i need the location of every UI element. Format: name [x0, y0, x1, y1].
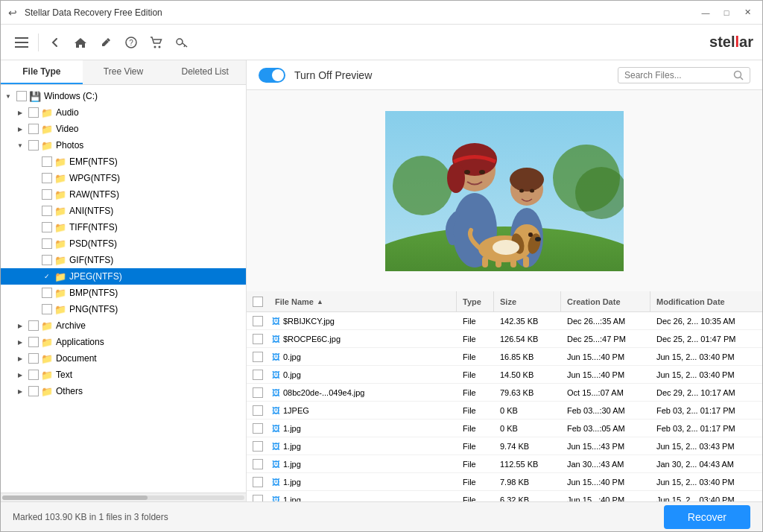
- expand-video[interactable]: ▶: [14, 123, 26, 135]
- tree-node-windows-c[interactable]: ▼ 💾 Windows (C:): [1, 88, 246, 104]
- row-check-1[interactable]: [247, 334, 269, 344]
- tree-node-gif[interactable]: 📁 GIF(NTFS): [1, 252, 246, 268]
- row-check-8[interactable]: [247, 459, 269, 469]
- check-jpeg[interactable]: ✓: [42, 271, 52, 282]
- check-document[interactable]: [28, 353, 39, 364]
- check-gif[interactable]: [42, 255, 52, 265]
- expand-document[interactable]: ▶: [14, 352, 26, 364]
- tree-node-video[interactable]: ▶ 📁 Video: [1, 121, 246, 137]
- tree-node-jpeg[interactable]: ✓ 📁 JPEG(NTFS): [1, 268, 246, 285]
- check-video[interactable]: [28, 124, 39, 134]
- folder-icon-others: 📁: [41, 386, 53, 397]
- col-header-size[interactable]: Size: [494, 291, 561, 311]
- row-check-2[interactable]: [247, 352, 269, 362]
- expand-windows-c[interactable]: ▼: [2, 90, 14, 102]
- tree-node-ani[interactable]: 📁 ANI(NTFS): [1, 203, 246, 219]
- help-button[interactable]: ?: [119, 31, 143, 54]
- check-png[interactable]: [42, 304, 52, 314]
- select-all-checkbox[interactable]: [253, 297, 263, 307]
- file-row[interactable]: 🖼 1.jpg File 9.74 KB Jun 15...:43 PM Jun…: [247, 437, 762, 455]
- tree-node-emf[interactable]: 📁 EMF(NTFS): [1, 153, 246, 170]
- file-row[interactable]: 🖼 1.jpg File 112.55 KB Jan 30...:43 AM J…: [247, 455, 762, 473]
- row-check-0[interactable]: [247, 316, 269, 326]
- file-row[interactable]: 🖼 1.jpg File 6.32 KB Jun 15...:40 PM Jun…: [247, 491, 762, 501]
- edit-button[interactable]: [94, 31, 118, 54]
- row-check-7[interactable]: [247, 441, 269, 452]
- tree-node-raw[interactable]: 📁 RAW(NTFS): [1, 186, 246, 203]
- check-raw[interactable]: [42, 189, 52, 200]
- row-check-3[interactable]: [247, 370, 269, 380]
- expand-others[interactable]: ▶: [14, 385, 26, 397]
- row-check-9[interactable]: [247, 477, 269, 487]
- right-panel: Turn Off Preview: [247, 60, 762, 501]
- file-row[interactable]: 🖼 08bc20de-...049e4.jpg File 79.63 KB Oc…: [247, 384, 762, 402]
- row-check-4[interactable]: [247, 387, 269, 398]
- key-button[interactable]: [170, 31, 194, 54]
- file-row[interactable]: 🖼 $ROCPE6C.jpg File 126.54 KB Dec 25...:…: [247, 330, 762, 348]
- check-windows-c[interactable]: [16, 91, 27, 101]
- expand-archive[interactable]: ▶: [14, 320, 26, 332]
- file-mod-2: Jun 15, 2... 03:40 PM: [650, 352, 762, 361]
- home-button[interactable]: [69, 31, 92, 54]
- row-check-6[interactable]: [247, 423, 269, 434]
- tree-node-tiff[interactable]: 📁 TIFF(NTFS): [1, 219, 246, 235]
- folder-icon-psd: 📁: [54, 238, 66, 250]
- preview-toggle[interactable]: [259, 68, 285, 83]
- tree-node-psd[interactable]: 📁 PSD(NTFS): [1, 235, 246, 252]
- label-emf: EMF(NTFS): [69, 156, 243, 167]
- tab-file-type[interactable]: File Type: [1, 60, 83, 84]
- tab-tree-view[interactable]: Tree View: [83, 60, 165, 84]
- cart-button[interactable]: [145, 31, 168, 54]
- check-applications[interactable]: [28, 337, 39, 347]
- close-button[interactable]: ✕: [738, 4, 756, 22]
- file-row[interactable]: 🖼 1.jpg File 7.98 KB Jun 15...:40 PM Jun…: [247, 473, 762, 491]
- check-text[interactable]: [28, 370, 39, 380]
- expand-applications[interactable]: ▶: [14, 336, 26, 348]
- expand-photos[interactable]: ▼: [14, 139, 26, 151]
- check-wpg[interactable]: [42, 173, 52, 183]
- file-row[interactable]: 🖼 0.jpg File 16.85 KB Jun 15...:40 PM Ju…: [247, 348, 762, 366]
- col-header-type[interactable]: Type: [457, 291, 494, 311]
- tree-node-document[interactable]: ▶ 📁 Document: [1, 350, 246, 367]
- tree-node-wpg[interactable]: 📁 WPG(NTFS): [1, 170, 246, 186]
- col-header-modification[interactable]: Modification Date: [650, 291, 762, 311]
- tree-node-png[interactable]: 📁 PNG(NTFS): [1, 301, 246, 317]
- sidebar-hscrollbar[interactable]: [1, 493, 246, 501]
- back-button[interactable]: [43, 31, 67, 54]
- tree-node-others[interactable]: ▶ 📁 Others: [1, 383, 246, 399]
- search-input[interactable]: [624, 70, 729, 80]
- svg-rect-34: [496, 256, 501, 267]
- expand-text[interactable]: ▶: [14, 369, 26, 381]
- tree-node-text[interactable]: ▶ 📁 Text: [1, 367, 246, 383]
- check-audio[interactable]: [28, 107, 39, 118]
- check-psd[interactable]: [42, 238, 52, 249]
- col-header-creation[interactable]: Creation Date: [561, 291, 650, 311]
- file-row[interactable]: 🖼 $RBIJKCY.jpg File 142.35 KB Dec 26...:…: [247, 312, 762, 330]
- check-ani[interactable]: [42, 206, 52, 216]
- recover-button[interactable]: Recover: [664, 505, 750, 529]
- row-check-5[interactable]: [247, 405, 269, 416]
- tree-node-archive[interactable]: ▶ 📁 Archive: [1, 317, 246, 334]
- label-windows-c: Windows (C:): [44, 91, 243, 101]
- file-row[interactable]: 🖼 1.jpg File 0 KB Feb 03...:05 AM Feb 03…: [247, 419, 762, 437]
- check-archive[interactable]: [28, 320, 39, 331]
- tab-deleted-list[interactable]: Deleted List: [164, 60, 246, 84]
- check-bmp[interactable]: [42, 288, 52, 298]
- tree-node-photos[interactable]: ▼ 📁 Photos: [1, 137, 246, 153]
- minimize-button[interactable]: —: [697, 4, 715, 22]
- col-header-filename[interactable]: File Name ▲: [269, 291, 457, 311]
- maximize-button[interactable]: □: [718, 4, 735, 22]
- tree-node-audio[interactable]: ▶ 📁 Audio: [1, 104, 246, 121]
- row-check-10[interactable]: [247, 495, 269, 502]
- file-row[interactable]: 🖼 1JPEG File 0 KB Feb 03...:30 AM Feb 03…: [247, 402, 762, 419]
- check-tiff[interactable]: [42, 222, 52, 232]
- check-photos[interactable]: [28, 140, 39, 151]
- tree-node-applications[interactable]: ▶ 📁 Applications: [1, 334, 246, 350]
- label-archive: Archive: [56, 320, 243, 331]
- tree-node-bmp[interactable]: 📁 BMP(NTFS): [1, 285, 246, 301]
- file-row[interactable]: 🖼 0.jpg File 14.50 KB Jun 15...:40 PM Ju…: [247, 366, 762, 384]
- check-emf[interactable]: [42, 156, 52, 167]
- expand-audio[interactable]: ▶: [14, 107, 26, 118]
- hamburger-menu-button[interactable]: [10, 31, 34, 54]
- check-others[interactable]: [28, 386, 39, 396]
